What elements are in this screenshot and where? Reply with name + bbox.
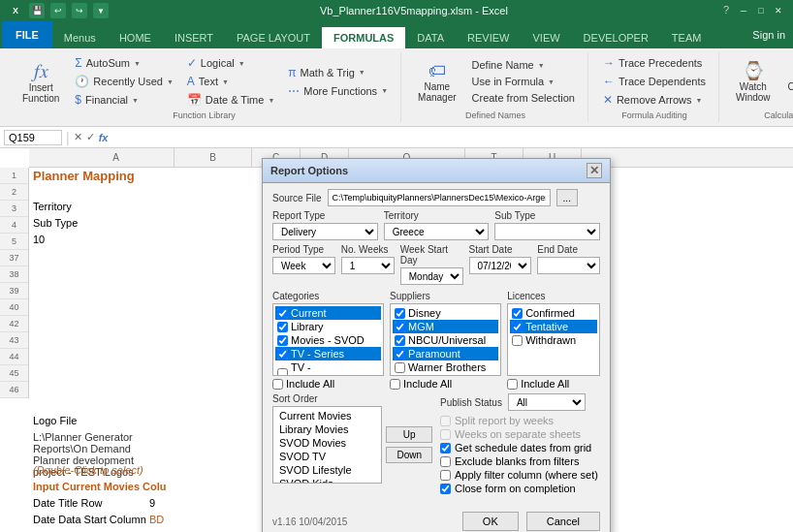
customize-icon[interactable]: ▼	[93, 3, 109, 18]
ok-button[interactable]: OK	[462, 512, 519, 531]
category-library[interactable]: Library	[275, 320, 381, 333]
supplier-warner[interactable]: Warner Brothers	[393, 360, 498, 374]
category-library-check[interactable]	[277, 322, 288, 332]
sort-svod-movies[interactable]: SVOD Movies	[275, 436, 379, 450]
insert-function-bar-icon[interactable]: fx	[99, 132, 109, 143]
financial-arrow[interactable]: ▼	[132, 97, 139, 104]
more-functions-arrow[interactable]: ▼	[381, 87, 388, 94]
redo-icon[interactable]: ↪	[72, 3, 87, 18]
create-from-selection-button[interactable]: Create from Selection	[467, 90, 580, 106]
confirm-entry-icon[interactable]: ✓	[86, 131, 95, 143]
quick-save-icon[interactable]: 💾	[29, 3, 45, 18]
supplier-paramount[interactable]: Paramount	[393, 347, 498, 360]
category-movies-svod-check[interactable]	[277, 335, 288, 346]
cell-double-click[interactable]: (Double-Click to select)	[33, 464, 143, 476]
sign-in-button[interactable]: Sign in	[745, 29, 793, 41]
dialog-close-button[interactable]: ✕	[587, 163, 602, 178]
text-button[interactable]: A Text ▼	[182, 73, 279, 90]
calculation-options-button[interactable]: ⚙ CalculationOptions	[781, 55, 793, 108]
supplier-mgm-check[interactable]	[395, 322, 405, 332]
watch-window-button[interactable]: ⌚ WatchWindow	[729, 55, 777, 108]
tab-file[interactable]: FILE	[2, 21, 52, 48]
sort-down-button[interactable]: Down	[386, 447, 432, 463]
supplier-nbcu[interactable]: NBCU/Universal	[393, 333, 498, 347]
category-tv-series[interactable]: TV - Series	[275, 347, 381, 360]
cancel-button[interactable]: Cancel	[526, 512, 600, 531]
cell-a3[interactable]: Territory	[33, 201, 72, 212]
define-name-button[interactable]: Define Name ▼	[467, 57, 580, 73]
licence-tentative[interactable]: Tentative	[510, 320, 597, 333]
sort-library-movies[interactable]: Library Movies	[275, 422, 379, 436]
cell-reference-input[interactable]	[4, 130, 62, 145]
trace-precedents-button[interactable]: → Trace Precedents	[598, 54, 711, 72]
tab-data[interactable]: DATA	[405, 27, 456, 48]
suppliers-include-all-check[interactable]	[390, 379, 400, 390]
category-movies-svod[interactable]: Movies - SVOD	[275, 333, 381, 347]
remove-arrows-button[interactable]: ✕ Remove Arrows ▼	[598, 91, 711, 109]
report-type-select[interactable]: Delivery	[272, 223, 378, 240]
categories-include-all-check[interactable]	[272, 379, 283, 390]
tab-home[interactable]: HOME	[108, 27, 163, 48]
recently-used-arrow[interactable]: ▼	[167, 78, 174, 85]
date-time-arrow[interactable]: ▼	[268, 97, 274, 104]
cell-a4[interactable]: Sub Type	[33, 217, 78, 229]
option-split-check[interactable]	[440, 416, 451, 426]
option-weeks-check[interactable]	[440, 429, 451, 440]
supplier-disney[interactable]: Disney	[393, 306, 498, 320]
tab-team[interactable]: TEAM	[660, 27, 714, 48]
sort-svod-kids[interactable]: SVOD Kids	[275, 477, 379, 484]
licence-tentative-check[interactable]	[512, 322, 523, 332]
period-type-select[interactable]: Week	[272, 257, 335, 274]
tab-formulas[interactable]: FORMULAS	[322, 27, 405, 48]
supplier-disney-check[interactable]	[395, 308, 405, 319]
define-name-arrow[interactable]: ▼	[538, 62, 545, 69]
sort-svod-lifestyle[interactable]: SVOD Lifestyle	[275, 463, 379, 477]
minimize-button[interactable]: ─	[737, 4, 750, 17]
close-button[interactable]: ✕	[772, 4, 785, 17]
categories-list[interactable]: Current Library Movies - SVOD TV - Serie…	[272, 303, 384, 376]
use-in-formula-button[interactable]: Use in Formula ▼	[467, 74, 580, 89]
tab-view[interactable]: VIEW	[521, 27, 571, 48]
financial-button[interactable]: $ Financial ▼	[70, 91, 177, 109]
sort-order-list[interactable]: Current Movies Library Movies SVOD Movie…	[272, 406, 382, 484]
supplier-warner-check[interactable]	[395, 362, 405, 373]
tab-page-layout[interactable]: PAGE LAYOUT	[225, 27, 322, 48]
category-tv-docs[interactable]: TV - Documentaries	[275, 360, 381, 376]
cell-input-header[interactable]: Input Current Movies Colu	[33, 481, 167, 492]
suppliers-list[interactable]: Disney MGM NBCU/Universal Paramount	[390, 303, 501, 376]
category-current-check[interactable]	[277, 308, 288, 319]
text-arrow[interactable]: ▼	[222, 78, 229, 85]
week-start-day-select[interactable]: Monday	[400, 267, 463, 285]
supplier-mgm[interactable]: MGM	[393, 320, 498, 333]
licence-withdrawn-check[interactable]	[512, 335, 523, 346]
licences-list[interactable]: Confirmed Tentative Withdrawn	[507, 303, 600, 376]
tab-developer[interactable]: DEVELOPER	[572, 27, 660, 48]
category-tv-docs-check[interactable]	[277, 368, 288, 377]
autosum-button[interactable]: Σ AutoSum ▼	[70, 54, 177, 72]
autosum-arrow[interactable]: ▼	[134, 60, 141, 67]
cell-a5[interactable]: 10	[33, 234, 45, 245]
date-time-button[interactable]: 📅 Date & Time ▼	[182, 91, 279, 109]
recently-used-button[interactable]: 🕐 Recently Used ▼	[70, 73, 177, 90]
licence-withdrawn[interactable]: Withdrawn	[510, 333, 597, 347]
supplier-paramount-check[interactable]	[395, 349, 405, 360]
formula-input[interactable]	[111, 132, 789, 143]
more-functions-button[interactable]: ⋯ More Functions ▼	[283, 82, 393, 100]
tab-menus[interactable]: Menus	[52, 27, 108, 48]
licence-confirmed-check[interactable]	[512, 308, 523, 319]
remove-arrows-dropdown[interactable]: ▼	[696, 97, 703, 104]
option-schedule-check[interactable]	[440, 443, 451, 454]
territory-select[interactable]: Greece	[384, 223, 490, 240]
cell-a37[interactable]: Logo File	[33, 415, 77, 426]
sort-up-button[interactable]: Up	[386, 426, 432, 443]
logical-button[interactable]: ✓ Logical ▼	[182, 54, 279, 72]
browse-button[interactable]: ...	[556, 189, 578, 206]
publish-status-select[interactable]: All	[508, 393, 586, 411]
sort-current-movies[interactable]: Current Movies	[275, 409, 379, 422]
trace-dependents-button[interactable]: ← Trace Dependents	[598, 73, 711, 90]
cell-date-start-col[interactable]: Date Data Start Column	[33, 514, 146, 525]
cell-date-title-row[interactable]: Date Title Row	[33, 497, 103, 509]
help-icon[interactable]: ?	[719, 4, 733, 17]
licences-include-all-check[interactable]	[507, 379, 518, 390]
category-tv-series-check[interactable]	[277, 349, 288, 360]
